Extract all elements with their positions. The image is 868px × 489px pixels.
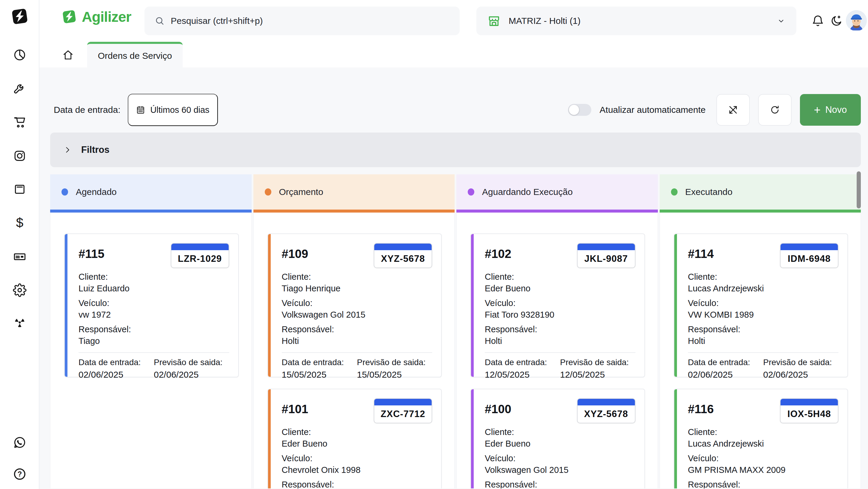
new-order-button[interactable]: + Novo [800,94,861,126]
sidebar-item-help[interactable]: ? [12,467,27,481]
status-dot [671,188,678,195]
search-icon [155,16,165,26]
order-card[interactable]: #114 IDM-6948 Cliente:Lucas Andrzejewski… [674,234,848,377]
brand[interactable]: Agilizer [61,8,131,25]
column-executando: Executando #114 IDM-6948 Cliente:Lucas A… [660,174,861,488]
plate-band [374,244,432,250]
cliente-value: Lucas Andrzejewski [688,283,839,294]
cliente-value: Luiz Eduardo [79,283,229,294]
responsavel-value: Tiago [79,335,229,347]
expand-button[interactable] [716,94,750,126]
veiculo-value: Volkswagen Gol 2015 [485,464,636,476]
order-card[interactable]: #109 XYZ-5678 Cliente:Tiago Henrique Veí… [268,234,442,377]
veiculo-value: GM PRISMA MAXX 2009 [688,464,839,476]
card-divider [485,352,636,353]
column-orcamento: Orçamento #109 XYZ-5678 Cliente:Tiago He… [253,174,455,488]
license-plate: LZR-1029 [171,243,229,268]
radiation-icon [13,315,27,329]
sidebar-item-finance[interactable]: $ [12,216,27,230]
sidebar-item-hazard[interactable] [12,315,27,330]
veiculo-label: Veículo: [282,297,433,309]
filters-accordion[interactable]: Filtros [50,132,861,167]
user-avatar[interactable] [846,10,867,31]
column-header: Agendado [50,174,252,210]
search-input[interactable] [171,6,460,35]
order-number: #101 [282,402,308,416]
saida-label: Previsão de saida: [357,358,432,367]
notifications-button[interactable] [810,13,826,29]
entrada-label: Data de entrada: [79,358,154,367]
cliente-label: Cliente: [688,271,839,283]
refresh-button[interactable] [758,94,792,126]
agilizer-logo-icon[interactable] [10,6,30,26]
sidebar-item-dashboard[interactable] [12,48,27,62]
tab-label: Ordens de Serviço [98,51,172,61]
order-number: #109 [282,247,308,261]
column-header: Executando [660,174,861,210]
plate-band [374,399,432,405]
order-card[interactable]: #100 XYZ-5678 Cliente:Eder Bueno Veículo… [470,389,645,488]
vertical-scrollbar[interactable] [857,171,861,208]
sidebar-item-catalog[interactable] [12,182,27,196]
saida-label: Previsão de saida: [763,358,838,367]
column-title: Orçamento [279,187,323,197]
plate-text: ZXC-7712 [374,405,432,423]
order-number: #100 [485,402,511,416]
sidebar-item-inspection[interactable] [12,148,27,163]
filters-title: Filtros [81,145,110,155]
cliente-label: Cliente: [282,271,433,283]
home-icon [62,49,74,61]
saida-value: 02/06/2025 [763,370,838,380]
plate-text: IOX-5H48 [780,405,838,423]
column-header: Aguardando Execução [456,174,658,210]
saida-value: 12/05/2025 [560,370,635,380]
tab-ordens-de-servico[interactable]: Ordens de Serviço [87,42,183,67]
order-card[interactable]: #102 JKL-9087 Cliente:Eder Bueno Veículo… [470,234,645,377]
responsavel-label: Responsável: [688,479,839,488]
card-accent-bar [674,389,677,488]
content: Data de entrada: Últimos 60 dias Atualiz… [39,67,868,489]
column-header: Orçamento [253,174,455,210]
dark-mode-button[interactable] [829,13,844,29]
agilizer-bolt-icon [61,8,78,25]
sidebar-item-settings[interactable] [12,283,27,297]
column-title: Aguardando Execução [482,187,573,197]
entrada-value: 02/06/2025 [688,370,763,380]
cliente-label: Cliente: [79,271,229,283]
search-box [145,6,460,35]
store-selector[interactable]: MATRIZ - Holti (1) [476,6,796,35]
column-title: Executando [685,187,733,197]
date-range-button[interactable]: Últimos 60 dias [128,94,218,126]
expand-icon [727,104,739,116]
sidebar-item-purchases[interactable] [12,115,27,129]
tab-home[interactable] [60,47,76,63]
svg-text:?: ? [18,470,22,478]
entrada-value: 15/05/2025 [282,370,357,380]
order-card[interactable]: #115 LZR-1029 Cliente:Luiz Eduardo Veícu… [64,234,239,377]
sidebar-item-whatsapp[interactable] [12,435,27,450]
toolbar: Data de entrada: Últimos 60 dias Atualiz… [50,94,861,126]
sidebar-item-services[interactable] [12,81,27,95]
auto-update-toggle[interactable] [568,104,591,116]
tab-bar: Ordens de Serviço [39,42,868,67]
sidebar-item-billing[interactable] [12,250,27,264]
order-card[interactable]: #101 ZXC-7712 Cliente:Eder Bueno Veículo… [268,389,442,488]
plate-text: LZR-1029 [171,250,229,268]
entrada-value: 02/06/2025 [79,370,154,380]
cliente-value: Eder Bueno [485,283,636,294]
veiculo-label: Veículo: [688,453,839,464]
order-card[interactable]: #116 IOX-5H48 Cliente:Lucas Andrzejewski… [674,389,848,488]
kanban-board: Agendado #115 LZR-1029 Cliente:Luiz Edua… [50,174,861,488]
responsavel-label: Responsável: [688,324,839,335]
status-dot [61,188,68,195]
responsavel-label: Responsável: [79,324,229,335]
veiculo-label: Veículo: [485,297,636,309]
license-plate: JKL-9087 [577,243,636,268]
column-body: #102 JKL-9087 Cliente:Eder Bueno Veículo… [456,213,658,488]
sidebar: $ ? [0,0,39,489]
cliente-value: Lucas Andrzejewski [688,438,839,450]
plate-band [780,244,838,250]
column-title: Agendado [76,187,117,197]
saida-value: 15/05/2025 [357,370,432,380]
cliente-value: Eder Bueno [485,438,636,450]
